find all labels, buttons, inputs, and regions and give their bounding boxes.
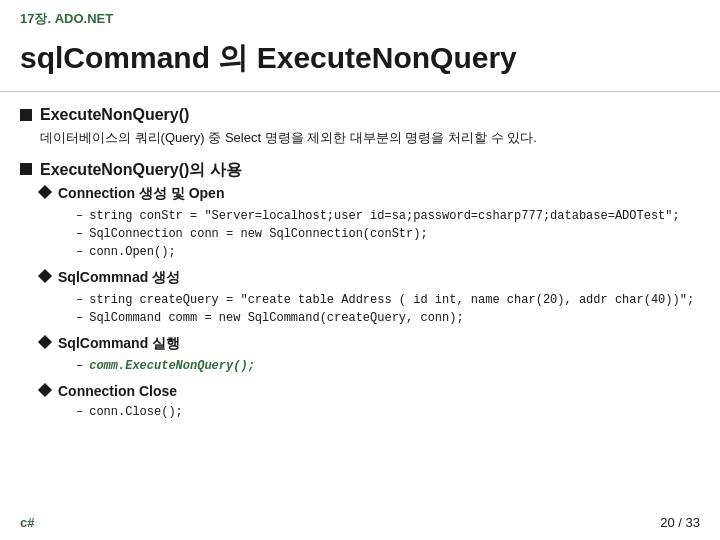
code-text: SqlCommand comm = new SqlCommand(createQ… [89,309,463,327]
code-text: SqlConnection conn = new SqlConnection(c… [89,225,427,243]
section-2: ExecuteNonQuery()의 사용 Connection 생성 및 Op… [20,160,700,421]
diamond-sub1 [38,184,52,198]
code-line: – conn.Close(); [76,403,700,421]
section2-title: ExecuteNonQuery()의 사용 [40,160,242,181]
chapter-title: 17장. ADO.NET [0,0,720,32]
sub1-title: Connection 생성 및 Open [58,185,224,203]
code-text: string createQuery = "create table Addre… [89,291,694,309]
code-text: conn.Close(); [89,403,183,421]
sub1-code: – string conStr = "Server=localhost;user… [76,207,700,261]
bullet-section1 [20,109,32,121]
sub2-title: SqlCommnad 생성 [58,269,180,287]
sub3-title: SqlCommand 실행 [58,335,180,353]
sub2-code: – string createQuery = "create table Add… [76,291,700,327]
section1-title: ExecuteNonQuery() [40,106,189,124]
sub4-title: Connection Close [58,383,177,399]
page-title: sqlCommand 의 ExecuteNonQuery [0,32,720,92]
sub4-code: – conn.Close(); [76,403,700,421]
section-1: ExecuteNonQuery() 데이터베이스의 쿼리(Query) 중 Se… [20,106,700,148]
diamond-sub4 [38,382,52,396]
code-line: – conn.Open(); [76,243,700,261]
content-area: ExecuteNonQuery() 데이터베이스의 쿼리(Query) 중 Se… [0,102,720,437]
sub3-code: – comm.ExecuteNonQuery(); [76,357,700,375]
subsection-connection-close: Connection Close – conn.Close(); [40,383,700,421]
diamond-sub3 [38,334,52,348]
page-number: 20 / 33 [660,515,700,530]
code-line: – SqlConnection conn = new SqlConnection… [76,225,700,243]
code-line: – string createQuery = "create table Add… [76,291,700,309]
footer-label: c# [20,515,34,530]
code-text: string conStr = "Server=localhost;user i… [89,207,680,225]
subsection-sqlcommand-create: SqlCommnad 생성 – string createQuery = "cr… [40,269,700,327]
subsection-connection-open: Connection 생성 및 Open – string conStr = "… [40,185,700,261]
bullet-section2 [20,163,32,175]
code-line: – string conStr = "Server=localhost;user… [76,207,700,225]
code-line: – comm.ExecuteNonQuery(); [76,357,700,375]
code-text: conn.Open(); [89,243,175,261]
section1-desc: 데이터베이스의 쿼리(Query) 중 Select 명령을 제외한 대부분의 … [40,128,700,148]
footer: c# 20 / 33 [20,515,700,530]
code-line: – SqlCommand comm = new SqlCommand(creat… [76,309,700,327]
subsection-sqlcommand-execute: SqlCommand 실행 – comm.ExecuteNonQuery(); [40,335,700,375]
diamond-sub2 [38,268,52,282]
code-execute: comm.ExecuteNonQuery(); [89,357,255,375]
